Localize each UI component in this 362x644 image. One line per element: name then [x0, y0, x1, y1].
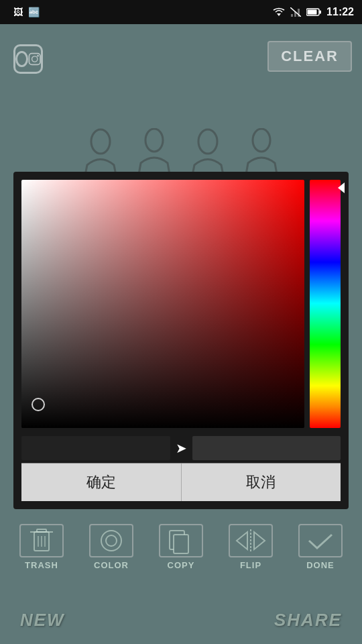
svg-rect-7: [308, 10, 317, 15]
color-preview-old: [21, 436, 170, 460]
svg-point-22: [106, 535, 117, 546]
toolbar-item-copy[interactable]: COPY: [159, 524, 203, 570]
toolbar-item-flip[interactable]: FLIP: [229, 524, 273, 570]
svg-marker-0: [277, 13, 281, 16]
flip-label: FLIP: [240, 560, 261, 570]
svg-marker-26: [237, 532, 247, 549]
done-label: DONE: [306, 560, 335, 570]
done-icon-box: [298, 524, 343, 557]
svg-point-13: [198, 129, 217, 154]
signal-off-icon: [290, 7, 301, 17]
toolbar-item-color[interactable]: COLOR: [89, 524, 133, 570]
color-picker-dialog: ➤ 确定 取消: [13, 172, 349, 509]
trash-label: TRASH: [25, 560, 58, 570]
gradient-selector-circle[interactable]: [32, 398, 45, 411]
color-preview-row: ➤: [21, 435, 341, 462]
svg-point-21: [101, 531, 121, 551]
hue-marker: [338, 182, 345, 193]
battery-icon: [306, 8, 321, 16]
svg-rect-17: [37, 529, 46, 532]
svg-point-11: [91, 129, 110, 154]
bottom-toolbar: TRASH COLOR COPY: [0, 524, 362, 570]
svg-rect-6: [320, 11, 322, 14]
color-icon-box: [89, 524, 133, 557]
status-time: 11:22: [326, 6, 354, 18]
color-preview-new: [192, 436, 341, 460]
clear-button[interactable]: CLEAR: [267, 41, 352, 72]
svg-point-10: [37, 55, 39, 57]
app-icon-1: 🖼: [13, 7, 23, 17]
svg-marker-27: [254, 532, 265, 549]
main-background: CLEAR: [0, 24, 362, 644]
bottom-actions: NEW SHARE: [0, 610, 362, 631]
toolbar-item-trash[interactable]: TRASH: [19, 524, 64, 570]
trash-icon-box: [19, 524, 64, 557]
copy-label: COPY: [168, 560, 195, 570]
color-label: COLOR: [94, 560, 129, 570]
confirm-button[interactable]: 确定: [21, 464, 182, 501]
app-icon-2: 🔤: [28, 7, 40, 17]
svg-point-9: [32, 56, 37, 62]
copy-icon-box: [159, 524, 203, 557]
dialog-buttons: 确定 取消: [21, 463, 341, 501]
wifi-icon: [273, 7, 285, 17]
picker-body: [21, 180, 341, 428]
svg-point-14: [253, 129, 270, 152]
instagram-icon[interactable]: [13, 44, 43, 74]
hue-slider[interactable]: [310, 180, 341, 428]
svg-rect-1: [291, 14, 293, 17]
hue-slider-container[interactable]: [310, 180, 341, 428]
cancel-button[interactable]: 取消: [182, 464, 341, 501]
status-bar: 🖼 🔤 11:22: [0, 0, 362, 24]
toolbar-item-done[interactable]: DONE: [298, 524, 343, 570]
arrow-right-icon: ➤: [176, 440, 187, 456]
svg-rect-24: [174, 535, 188, 553]
share-button[interactable]: SHARE: [274, 610, 342, 631]
svg-point-12: [145, 129, 163, 152]
color-gradient-canvas[interactable]: [21, 180, 304, 428]
flip-icon-box: [229, 524, 273, 557]
new-button[interactable]: NEW: [20, 610, 65, 631]
